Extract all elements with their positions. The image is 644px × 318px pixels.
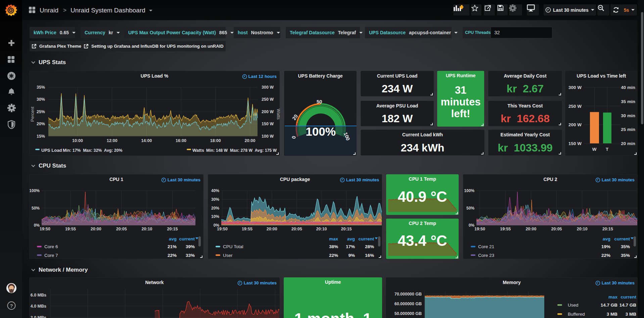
svg-text:UPS Load: UPS Load — [41, 148, 62, 153]
svg-text:50%: 50% — [32, 206, 40, 211]
svg-text:CPU Total: CPU Total — [223, 244, 243, 249]
svg-text:100 W: 100 W — [262, 134, 274, 139]
svg-text:40 min: 40 min — [621, 85, 635, 90]
svg-text:30%: 30% — [211, 197, 219, 202]
svg-text:33%: 33% — [186, 253, 195, 258]
svg-text:Core 6: Core 6 — [44, 244, 58, 249]
svg-text:15%: 15% — [37, 134, 45, 139]
svg-text:70.000000 GB: 70.000000 GB — [395, 292, 422, 297]
svg-text:10:00: 10:00 — [72, 138, 83, 143]
svg-text:20:00: 20:00 — [525, 227, 536, 231]
svg-text:20:10: 20:10 — [142, 227, 152, 231]
svg-text:16:00: 16:00 — [176, 138, 186, 143]
svg-text:18:00: 18:00 — [210, 138, 221, 143]
svg-text:0%: 0% — [34, 223, 40, 228]
svg-text:300 W: 300 W — [568, 85, 582, 90]
svg-text:10%: 10% — [211, 214, 219, 219]
svg-text:20:10: 20:10 — [316, 227, 327, 231]
svg-text:60.000000 GB: 60.000000 GB — [395, 302, 422, 306]
svg-text:20:00: 20:00 — [245, 138, 256, 143]
svg-text:39%: 39% — [186, 244, 195, 249]
svg-text:50: 50 — [317, 99, 322, 104]
svg-text:12:00: 12:00 — [107, 138, 118, 143]
svg-text:current: current — [179, 236, 195, 241]
svg-text:30 min: 30 min — [621, 113, 635, 118]
svg-text:Min: 17% Max: 32% Avg: 20%: Min: 17% Max: 32% Avg: 20% — [63, 148, 123, 153]
svg-text:19%: 19% — [601, 244, 610, 249]
svg-text:Percent: Percent — [30, 106, 35, 122]
svg-text:20 min: 20 min — [621, 141, 635, 146]
svg-text:200 W: 200 W — [262, 109, 274, 114]
svg-text:28%: 28% — [365, 244, 374, 249]
svg-text:35%: 35% — [621, 253, 630, 258]
svg-text:20:05: 20:05 — [551, 227, 562, 231]
svg-text:9%: 9% — [348, 253, 355, 258]
svg-text:19:50: 19:50 — [474, 227, 485, 231]
svg-text:avg: avg — [347, 236, 355, 241]
svg-text:16%: 16% — [365, 253, 374, 258]
svg-text:35 min: 35 min — [621, 99, 635, 104]
svg-text:Core 7: Core 7 — [44, 253, 58, 258]
svg-text:21%: 21% — [168, 244, 177, 249]
svg-text:100%: 100% — [30, 188, 40, 193]
svg-text:17%: 17% — [346, 244, 355, 249]
svg-text:current: current — [614, 236, 630, 241]
svg-text:150 W: 150 W — [262, 122, 274, 126]
svg-text:avg: avg — [169, 236, 177, 241]
svg-text:4.0 MBs: 4.0 MBs — [31, 304, 46, 309]
svg-text:19:50: 19:50 — [40, 227, 50, 231]
svg-text:20:05: 20:05 — [291, 227, 302, 231]
svg-text:current: current — [358, 236, 374, 241]
svg-text:20:10: 20:10 — [577, 227, 588, 231]
svg-text:14:00: 14:00 — [141, 138, 152, 143]
svg-text:35%: 35% — [37, 85, 45, 90]
svg-text:Min: 148 W Max: 278 W Avg: 1: Min: 148 W Max: 278 W Avg: 175 W — [206, 148, 277, 153]
svg-text:Used: Used — [568, 303, 579, 308]
svg-text:Watts: Watts — [192, 148, 204, 153]
svg-text:20%: 20% — [37, 122, 45, 126]
svg-text:current: current — [620, 294, 636, 300]
svg-text:0%: 0% — [469, 223, 475, 228]
svg-text:14.7 GB: 14.7 GB — [601, 303, 618, 308]
svg-text:6.0 MBs: 6.0 MBs — [31, 293, 46, 298]
svg-text:150 W: 150 W — [568, 141, 582, 146]
svg-text:20:00: 20:00 — [91, 227, 101, 231]
svg-text:50.000000 GB: 50.000000 GB — [395, 311, 422, 316]
svg-text:22%: 22% — [168, 253, 177, 258]
svg-text:25 min: 25 min — [621, 127, 635, 132]
svg-text:14.7 GB: 14.7 GB — [619, 303, 637, 308]
svg-text:3 MB: 3 MB — [607, 312, 618, 317]
svg-text:Buffered: Buffered — [568, 312, 585, 317]
svg-text:19:55: 19:55 — [500, 227, 511, 231]
svg-text:35%: 35% — [621, 244, 630, 249]
svg-text:20:15: 20:15 — [167, 227, 178, 231]
svg-text:3 MB: 3 MB — [626, 312, 637, 317]
svg-text:19:55: 19:55 — [242, 227, 252, 231]
svg-text:Core 21: Core 21 — [478, 244, 494, 249]
svg-text:30%: 30% — [37, 97, 45, 102]
svg-text:25%: 25% — [37, 109, 45, 114]
svg-text:20:15: 20:15 — [602, 227, 613, 231]
svg-text:19:55: 19:55 — [65, 227, 76, 231]
svg-text:2.0 MBs: 2.0 MBs — [31, 315, 46, 318]
svg-text:50%: 50% — [466, 206, 474, 211]
svg-text:avg: avg — [603, 236, 610, 241]
svg-text:19:50: 19:50 — [217, 227, 228, 231]
svg-text:20:15: 20:15 — [341, 227, 352, 231]
svg-text:300 W: 300 W — [262, 85, 274, 90]
svg-text:200 W: 200 W — [568, 122, 582, 127]
svg-text:100%: 100% — [464, 188, 474, 193]
svg-text:22%: 22% — [601, 253, 610, 258]
svg-text:T: T — [606, 147, 609, 152]
svg-text:max: max — [608, 294, 618, 300]
svg-text:100%: 100% — [306, 125, 336, 138]
svg-text:40%: 40% — [211, 188, 219, 193]
svg-text:max: max — [329, 236, 338, 241]
svg-text:20:05: 20:05 — [116, 227, 127, 231]
svg-text:User: User — [223, 253, 233, 258]
svg-text:250 W: 250 W — [262, 97, 274, 102]
svg-text:20:00: 20:00 — [267, 227, 277, 231]
svg-text:20%: 20% — [211, 206, 219, 211]
svg-text:Core 23: Core 23 — [478, 253, 494, 258]
svg-text:?: ? — [10, 303, 13, 309]
